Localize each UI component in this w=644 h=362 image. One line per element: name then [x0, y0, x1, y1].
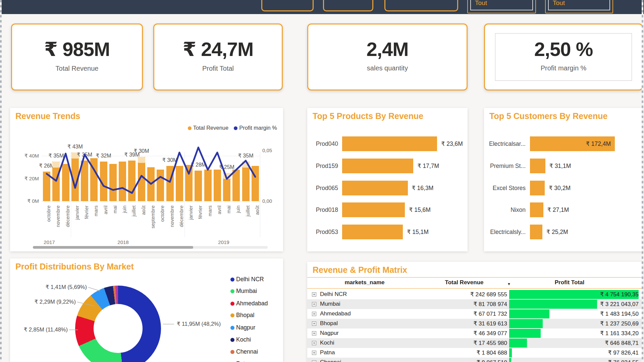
x-axis-month-label: avril	[217, 204, 222, 238]
donut-legend-item-Chennai[interactable]: Chennai	[230, 348, 258, 355]
donut-legend-item-Patna[interactable]: Patna	[230, 360, 252, 362]
nav-button-3[interactable]	[384, 0, 458, 11]
nav-button-1[interactable]	[261, 0, 314, 11]
kpi-card-sales-quantity[interactable]: 2,4M sales quantity	[307, 23, 468, 90]
trend-bar-avril[interactable]	[214, 170, 221, 201]
category-label-Prod018: Prod018	[310, 206, 338, 214]
profit-data-bar	[509, 339, 527, 348]
trend-bar-octobre[interactable]	[157, 170, 164, 201]
hbar-Prod040[interactable]	[342, 136, 437, 151]
hbar-Premium St...[interactable]	[530, 159, 545, 173]
expand-plus-icon[interactable]: +	[312, 331, 316, 336]
bar-value-label: ₹ 15,1M	[407, 229, 429, 236]
revenue-profit-matrix-panel: Revenue & Profit Matrix markets_name Tot…	[307, 262, 643, 362]
bar-data-label: ₹ 35M	[40, 153, 72, 159]
kpi-card-total-revenue[interactable]: ₹ 985M Total Revenue	[11, 23, 143, 90]
expand-plus-icon[interactable]: +	[312, 360, 316, 362]
donut-legend-item-Delhi NCR[interactable]: Delhi NCR	[230, 276, 264, 283]
trend-bar-mai[interactable]	[109, 164, 117, 201]
expand-plus-icon[interactable]: +	[312, 292, 316, 297]
expand-plus-icon[interactable]: +	[312, 302, 316, 306]
donut-legend-item-Kochi[interactable]: Kochi	[230, 336, 251, 343]
market-name-cell: Chennai	[320, 359, 341, 362]
matrix-row-Patna[interactable]: +Patna₹ 1 804 688₹ 97 826,41	[307, 348, 643, 358]
trend-scrollbar-thumb[interactable]	[33, 246, 193, 249]
matrix-row-Mumbai[interactable]: +Mumbai₹ 81 708 974₹ 3 221 043,07	[307, 299, 643, 309]
matrix-row-Nagpur[interactable]: +Nagpur₹ 46 349 077₹ 1 161 334,20	[307, 328, 643, 338]
hbar-Prod018[interactable]	[342, 202, 405, 217]
trend-bar-juillet[interactable]	[128, 161, 136, 201]
trend-bar-juin[interactable]	[232, 170, 240, 201]
matrix-row-Bhopal[interactable]: +Bhopal₹ 31 619 613₹ 1 237 250,69	[307, 319, 643, 328]
matrix-row-Kochi[interactable]: +Kochi₹ 17 455 980₹ 646 848,71	[307, 338, 643, 348]
donut-legend-item-Mumbai[interactable]: Mumbai	[230, 288, 257, 295]
hbar-Nixon[interactable]	[530, 202, 543, 217]
hbar-Prod053[interactable]	[342, 225, 403, 239]
trend-bar-mars[interactable]	[204, 170, 212, 201]
trend-bar-janvier[interactable]	[71, 153, 79, 201]
trend-bar-janvier[interactable]	[185, 165, 193, 201]
filter-dropdown-1[interactable]: Tout	[467, 0, 536, 13]
trend-bar-novembre[interactable]	[166, 166, 174, 201]
bar-data-label: ₹ 35M	[230, 153, 262, 159]
trend-bar-novembre[interactable]	[52, 162, 60, 201]
profit-total-cell: ₹ 3 221 043,07	[600, 301, 639, 308]
expand-plus-icon[interactable]: +	[312, 321, 316, 326]
trend-bar-juillet[interactable]	[242, 162, 250, 201]
kpi-card-profit-total[interactable]: ₹ 24,7M Profit Total	[153, 23, 283, 90]
filter-dropdown-2[interactable]: Tout	[545, 0, 613, 13]
donut-legend-item-Ahmedabad[interactable]: Ahmedabad	[230, 300, 268, 307]
matrix-row-Delhi NCR[interactable]: +Delhi NCR₹ 242 689 555₹ 4 754 190,35	[307, 290, 643, 299]
hbar-Electricalsly...[interactable]	[530, 225, 542, 239]
category-label-Prod040: Prod040	[310, 140, 338, 147]
bar-data-label: ₹ 30M	[154, 157, 186, 163]
trend-bar-février[interactable]	[195, 171, 202, 201]
expand-plus-icon[interactable]: +	[312, 351, 316, 355]
market-name-cell: Delhi NCR	[320, 291, 347, 298]
trend-bar-juin[interactable]	[119, 162, 126, 201]
trend-bar-août[interactable]	[252, 166, 259, 201]
expand-plus-icon[interactable]: +	[312, 341, 316, 345]
trend-bar-août[interactable]	[138, 157, 145, 201]
kpi-total-revenue-label: Total Revenue	[12, 65, 142, 72]
expand-plus-icon[interactable]: +	[312, 312, 316, 316]
x-axis-month-label: juin	[235, 204, 241, 238]
matrix-row-Chennai[interactable]: +Chennai₹ 9 067 510₹ 76 024,55	[307, 358, 643, 362]
filter-dropdown-2-box: Tout	[548, 0, 610, 10]
x-axis-month-label: novembre	[55, 204, 61, 238]
top-navigation-bar: Tout Tout	[0, 0, 644, 14]
trend-bar-septembre[interactable]	[147, 167, 155, 201]
bar-label-background	[52, 162, 60, 168]
kpi-card-profit-margin[interactable]: 2,50 % Profit margin %	[484, 23, 643, 90]
market-name-cell: Kochi	[320, 340, 334, 346]
trend-bar-mars[interactable]	[90, 158, 98, 201]
x-axis-month-label: octobre	[46, 204, 51, 238]
trend-bar-octobre[interactable]	[43, 172, 50, 201]
total-revenue-cell: ₹ 17 455 980	[408, 340, 507, 347]
trend-bar-mai[interactable]	[223, 173, 230, 201]
x-axis-month-label: juillet	[245, 204, 251, 238]
trend-bar-avril[interactable]	[100, 162, 107, 201]
x-axis-month-label: juin	[122, 204, 127, 238]
hbar-Prod159[interactable]	[342, 159, 413, 173]
donut-legend-item-Nagpur[interactable]: Nagpur	[230, 324, 255, 331]
trend-bar-décembre[interactable]	[176, 166, 183, 201]
profit-data-bar	[509, 348, 512, 357]
y-axis-tick: ₹ 40M	[14, 153, 39, 159]
donut-legend-item-Bhopal[interactable]: Bhopal	[230, 312, 255, 319]
hbar-Excel Stores[interactable]	[530, 181, 545, 195]
trend-bar-décembre[interactable]	[62, 164, 69, 201]
profit-distribution-panel: Profit Distributions By Market ₹ 1,41M (…	[10, 258, 283, 362]
trend-bar-février[interactable]	[81, 161, 88, 201]
kpi-sales-quantity-value: 2,4M	[308, 38, 467, 60]
total-revenue-cell: ₹ 67 071 732	[408, 310, 507, 317]
hbar-Prod065[interactable]	[342, 181, 408, 195]
delhi-ncr-dot-icon	[230, 278, 234, 282]
matrix-row-Ahmedabad[interactable]: +Ahmedabad₹ 67 071 732₹ 1 483 194,50	[307, 309, 643, 319]
x-axis-month-label: janvier	[188, 204, 194, 238]
nav-button-2[interactable]	[323, 0, 373, 11]
y-axis-tick: ₹ 20M	[14, 176, 39, 182]
x-axis-month-label: septembre	[150, 204, 156, 238]
bhopal-dot-icon	[230, 313, 234, 317]
profit-data-bar	[509, 319, 543, 328]
